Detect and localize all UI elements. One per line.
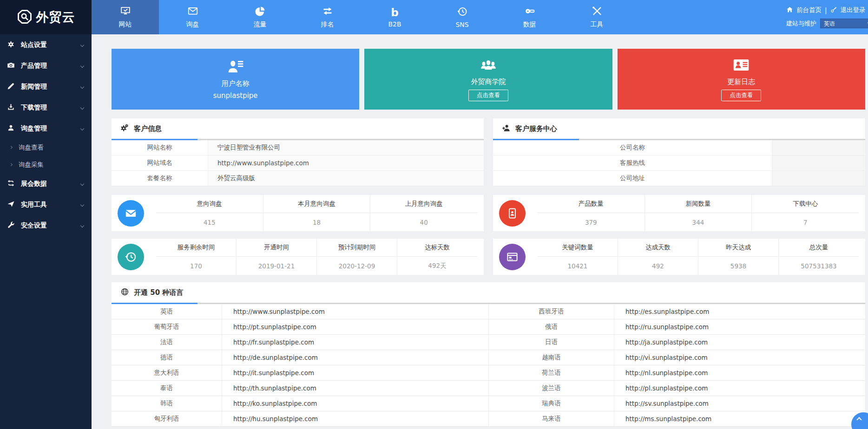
nav-item-ranking[interactable]: 排名 (294, 0, 361, 34)
nav-item-tools[interactable]: 工具 (563, 0, 631, 34)
card-username: sunplastpipe (213, 91, 258, 100)
card-title: 更新日志 (727, 78, 755, 86)
row-value: 外贸云高级版 (208, 171, 484, 186)
nav-item-traffic[interactable]: 流量 (226, 0, 294, 34)
row-label: 公司名称 (493, 140, 772, 155)
stat-value: 18 (263, 213, 370, 231)
chevron-down-icon (80, 223, 84, 227)
stat-value: 40 (370, 213, 477, 231)
row-value (772, 140, 865, 155)
stat-label: 服务剩余时间 (156, 239, 236, 257)
nav-item-website[interactable]: 网站 (92, 0, 159, 34)
chevron-down-icon (80, 182, 84, 185)
nav-label: 数据 (523, 20, 536, 29)
nav-label: 网站 (119, 20, 132, 29)
table-row: 意大利语 http://it.sunplastpipe.com 荷兰语 http… (112, 365, 865, 381)
customer-info-panel: 客户信息 网站名称 宁波日塑管业有限公司 网站域名 http://www.sun… (112, 118, 484, 186)
table-row: 泰语 http://th.sunplastpipe.com 波兰语 http:/… (112, 381, 865, 396)
info-panels: 客户信息 网站名称 宁波日塑管业有限公司 网站域名 http://www.sun… (112, 118, 865, 186)
language-url: http://vi.sunplastpipe.com (614, 350, 865, 365)
app-window: 外贸云 网站 询盘 流量 (0, 0, 868, 429)
crossed-tools-icon (592, 6, 603, 18)
stat-label: 上月意向询盘 (370, 195, 477, 213)
sidebar-item-site-settings[interactable]: 站点设置 (0, 34, 92, 55)
table-row: 葡萄牙语 http://pt.sunplastpipe.com 俄语 http:… (112, 319, 865, 335)
language-select[interactable]: 英语 (820, 19, 868, 28)
stat-label: 意向询盘 (156, 195, 263, 213)
row-label: 客服热线 (493, 156, 772, 170)
sidebar: 站点设置 产品管理 新闻管理 下载管理 (0, 34, 92, 429)
table-row: 公司地址 (493, 171, 865, 186)
nav-label: 询盘 (186, 20, 199, 29)
brand-logo[interactable]: 外贸云 (0, 0, 92, 34)
table-row: 韩语 http://ko.sunplastpipe.com 瑞典语 http:/… (112, 396, 865, 411)
nav-item-sns[interactable]: SNS (428, 0, 496, 34)
stat-label: 达标天数 (397, 239, 477, 257)
panel-title: 客户服务中心 (515, 124, 557, 133)
table-row: 套餐名称 外贸云高级版 (112, 171, 484, 186)
stat-label: 产品数量 (538, 195, 644, 213)
nav-label: 排名 (321, 20, 334, 29)
update-log-card: 更新日志 点击查看 (618, 49, 865, 110)
maintain-label: 建站与维护 (786, 20, 816, 28)
content-stats-card: 产品数量379 新闻数量344 下载中心7 (493, 195, 865, 231)
stat-row: 意向询盘415 本月意向询盘18 上月意向询盘40 产品数量379 新闻数量34… (112, 195, 865, 231)
stat-value: 2019-01-21 (237, 257, 316, 275)
view-business-school-button[interactable]: 点击查看 (468, 90, 508, 101)
envelope-icon (118, 200, 144, 227)
stat-label: 关键词数量 (538, 239, 618, 257)
sidebar-item-products[interactable]: 产品管理 (0, 55, 92, 76)
stat-value: 7 (752, 213, 859, 231)
nav-item-data[interactable]: 数据 (496, 0, 563, 34)
language-url: http://es.sunplastpipe.com (614, 304, 865, 319)
nav-item-inquiry[interactable]: 询盘 (159, 0, 226, 34)
row-value: 宁波日塑管业有限公司 (208, 140, 484, 155)
language-url: http://hu.sunplastpipe.com (222, 411, 489, 426)
language-name: 马来语 (489, 411, 614, 426)
service-time-stats-card: 服务剩余时间170 开通时间2019-01-21 预计到期时间2020-12-0… (112, 239, 484, 275)
double-gear-icon (120, 124, 130, 134)
table-row: 匈牙利语 http://hu.sunplastpipe.com 马来语 http… (112, 411, 865, 427)
nav-label: B2B (388, 20, 401, 28)
language-name: 匈牙利语 (112, 411, 222, 426)
logout-link[interactable]: 退出登录 (841, 6, 866, 14)
sidebar-subitem-inquiry-view[interactable]: 询盘查看 (0, 139, 92, 156)
main-content: 用户名称 sunplastpipe 外贸商学院 点击查看 更新日志 点击查看 (92, 34, 868, 429)
nav-item-b2b[interactable]: b B2B (361, 0, 428, 34)
sidebar-subitem-label: 询盘采集 (19, 161, 44, 169)
view-update-log-button[interactable]: 点击查看 (721, 90, 761, 101)
chevron-down-icon (80, 43, 84, 46)
sidebar-item-label: 新闻管理 (21, 83, 47, 91)
stat-value: 344 (645, 213, 752, 231)
language-name: 荷兰语 (489, 365, 614, 380)
sidebar-item-news[interactable]: 新闻管理 (0, 76, 92, 97)
sidebar-item-exhibition-data[interactable]: 展会数据 (0, 173, 92, 194)
language-name: 西班牙语 (489, 304, 614, 319)
row-label: 套餐名称 (112, 171, 208, 186)
sidebar-item-label: 站点设置 (21, 41, 47, 49)
download-icon (7, 103, 21, 112)
globe-icon (120, 287, 130, 298)
row-value (772, 156, 865, 170)
stat-label: 总次量 (779, 239, 859, 257)
language-name: 俄语 (489, 319, 614, 334)
sidebar-item-security[interactable]: 安全设置 (0, 215, 92, 236)
sidebar-subitem-inquiry-collect[interactable]: 询盘采集 (0, 156, 92, 173)
front-home-link[interactable]: 前台首页 (796, 6, 822, 14)
chevron-right-icon (9, 163, 13, 166)
sidebar-item-label: 安全设置 (21, 221, 47, 230)
row-label: 公司地址 (493, 171, 772, 186)
logout-key-icon (830, 6, 837, 14)
stat-value: 2020-12-09 (317, 257, 397, 275)
keyword-stats-card: 关键词数量10421 达成天数492 昨天达成5938 总次量507531383 (493, 239, 865, 275)
sidebar-item-inquiries[interactable]: 询盘管理 (0, 118, 92, 139)
top-bar: 外贸云 网站 询盘 流量 (0, 0, 868, 34)
languages-panel: 开通 50 种语言 英语 http://www.sunplastpipe.com… (112, 282, 865, 427)
sidebar-item-downloads[interactable]: 下载管理 (0, 97, 92, 118)
table-row: 网站域名 http://www.sunplastpipe.com (112, 156, 484, 171)
card-title: 外贸商学院 (471, 78, 506, 86)
sidebar-item-utilities[interactable]: 实用工具 (0, 194, 92, 215)
language-url: http://pt.sunplastpipe.com (222, 319, 489, 334)
loop-arrows-icon (7, 179, 21, 188)
banner-cards: 用户名称 sunplastpipe 外贸商学院 点击查看 更新日志 点击查看 (112, 49, 865, 110)
